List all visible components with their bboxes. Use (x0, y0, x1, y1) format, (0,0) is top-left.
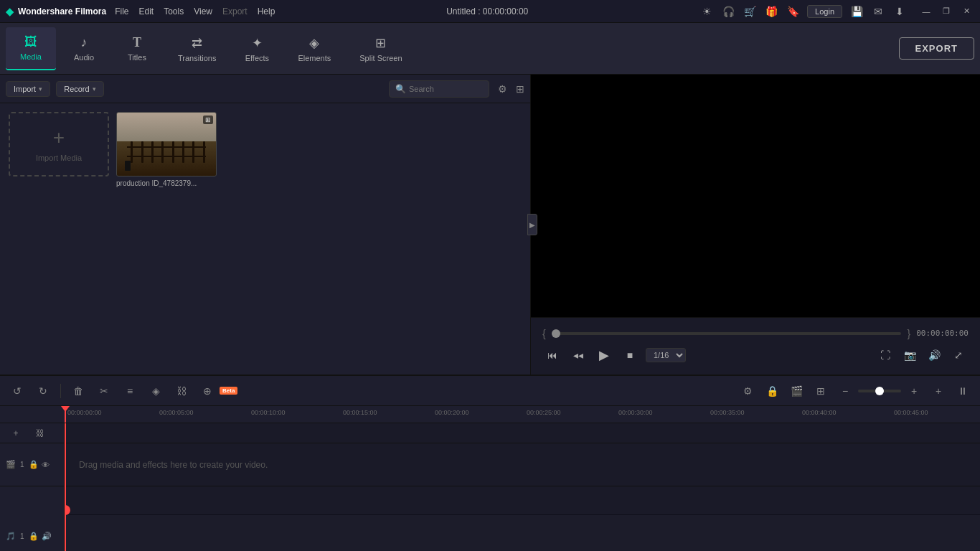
thumbnail-image (117, 113, 216, 176)
add-mark-button[interactable]: ◈ (146, 381, 166, 401)
delete-button[interactable]: 🗑 (68, 381, 88, 401)
fullscreen-button[interactable]: ⛶ (875, 345, 895, 365)
beta-button[interactable]: ⊕ (197, 381, 217, 401)
video-track-row[interactable]: Drag media and effects here to create yo… (65, 443, 980, 486)
timeline-track-button[interactable]: 🎬 (786, 381, 806, 401)
tab-audio[interactable]: ♪ Audio (59, 27, 109, 70)
snapshot-button[interactable]: 📷 (900, 345, 920, 365)
cut-button[interactable]: ✂ (94, 381, 114, 401)
tab-effects-label: Effects (245, 54, 269, 62)
close-button[interactable]: ✕ (958, 4, 974, 19)
redo-button[interactable]: ↻ (33, 381, 53, 401)
scrubber-thumb[interactable] (552, 329, 560, 338)
tab-titles[interactable]: T Titles (112, 27, 162, 70)
panel-collapse-arrow[interactable]: ▶ (527, 214, 537, 235)
ruler-mark: 00:00:10:00 (251, 409, 343, 423)
audio-track-row[interactable] (65, 515, 980, 551)
grid-view-icon[interactable]: ⊞ (516, 83, 524, 95)
expand-button[interactable]: ⤢ (948, 345, 969, 365)
add-track-button[interactable]: + (928, 381, 948, 401)
toolbar: 🖼 Media ♪ Audio T Titles ⇄ Transitions ✦… (0, 23, 980, 75)
timeline-snapshot-button[interactable]: ⊞ (811, 381, 831, 401)
tab-media[interactable]: 🖼 Media (6, 27, 56, 70)
audio-track-number: 1 (20, 532, 24, 540)
audio-lock-icon[interactable]: 🔒 (29, 532, 39, 541)
drag-hint-text: Drag media and effects here to create yo… (79, 460, 268, 470)
menu-file[interactable]: File (115, 6, 128, 17)
window-controls: — ❐ ✕ (918, 4, 974, 19)
tracks-area[interactable]: Drag media and effects here to create yo… (65, 423, 980, 551)
playhead-line (65, 423, 66, 551)
record-dropdown[interactable]: Record ▾ (56, 81, 103, 97)
stop-button[interactable]: ■ (620, 345, 640, 365)
headphone-icon[interactable]: 🎧 (721, 6, 735, 17)
timeline-settings-button[interactable]: ⚙ (738, 381, 758, 401)
menu-view[interactable]: View (194, 6, 212, 17)
ruler-mark: 00:00:30:00 (618, 409, 710, 423)
step-back-button[interactable]: ⏮ (542, 345, 562, 365)
preview-buttons: ⏮ ◂◂ ▶ ■ 1/16 1/8 1/4 1/2 1 ⛶ 📷 🔊 (542, 345, 969, 365)
titlebar-left: ◆ Wondershare Filmora File Edit Tools Vi… (6, 6, 275, 17)
zoom-in-button[interactable]: + (904, 381, 924, 401)
add-link-button[interactable]: ⛓ (171, 381, 192, 401)
track-label-icons: 🔒 👁 (29, 460, 50, 469)
tab-split-screen[interactable]: ⊞ Split Screen (347, 27, 415, 70)
download-icon[interactable]: ⬇ (892, 6, 907, 17)
track-lock-icon[interactable]: 🔒 (29, 460, 39, 469)
ruler-mark: 00:00:20:00 (435, 409, 527, 423)
frame-back-button[interactable]: ◂◂ (568, 345, 588, 365)
timeline-lock-button[interactable]: 🔒 (762, 381, 782, 401)
menu-tools[interactable]: Tools (164, 6, 184, 17)
menu-edit[interactable]: Edit (138, 6, 154, 17)
bookmark-icon[interactable]: 🔖 (786, 6, 800, 17)
playback-controls: ⏮ ◂◂ ▶ ■ 1/16 1/8 1/4 1/2 1 (542, 345, 686, 365)
transitions-icon: ⇄ (192, 35, 202, 51)
track-eye-icon[interactable]: 👁 (42, 461, 50, 469)
zoom-out-button[interactable]: − (835, 381, 855, 401)
login-button[interactable]: Login (807, 5, 842, 18)
tab-effects[interactable]: ✦ Effects (232, 27, 282, 70)
import-dropdown[interactable]: Import ▾ (6, 81, 50, 97)
ruler-mark: 00:00:05:00 (159, 409, 251, 423)
ruler-mark: 00:00:00:00 (67, 409, 159, 423)
media-thumbnail[interactable]: ⊞ (116, 112, 217, 176)
video-track-icon: 🎬 (6, 460, 16, 469)
tab-elements[interactable]: ◈ Elements (285, 27, 344, 70)
menu-export[interactable]: Export (222, 6, 248, 17)
maximize-button[interactable]: ❐ (938, 4, 954, 19)
preview-extra-controls: ⛶ 📷 🔊 ⤢ (875, 345, 969, 365)
track-spacer (65, 423, 980, 443)
video-track-number: 1 (20, 461, 24, 468)
menu-help[interactable]: Help (258, 6, 275, 17)
search-input[interactable] (409, 85, 481, 93)
cart-icon[interactable]: 🛒 (743, 6, 757, 17)
link-button[interactable]: ⛓ (30, 423, 50, 443)
preview-controls: { } 00:00:00:00 ⏮ ◂◂ ▶ ■ 1/16 1/8 1/4 (531, 317, 980, 375)
sun-icon[interactable]: ☀ (699, 6, 714, 17)
ruler-marks: 00:00:00:00 00:00:05:00 00:00:10:00 00:0… (65, 406, 980, 423)
mail-icon[interactable]: ✉ (871, 6, 885, 17)
ruler-mark: 00:00:40:00 (802, 409, 894, 423)
gift-icon[interactable]: 🎁 (764, 6, 778, 17)
tab-transitions[interactable]: ⇄ Transitions (165, 27, 229, 70)
save-icon[interactable]: 💾 (849, 6, 864, 17)
preview-scrubber[interactable] (552, 332, 902, 335)
audio-track-icon: 🎵 (6, 532, 16, 541)
audio-detach-button[interactable]: ≡ (120, 381, 140, 401)
speed-select[interactable]: 1/16 1/8 1/4 1/2 1 (646, 348, 686, 362)
timeline-pause-button[interactable]: ⏸ (953, 381, 973, 401)
audio-volume-icon[interactable]: 🔊 (42, 532, 52, 541)
list-item[interactable]: ⊞ production ID_4782379... (116, 112, 217, 187)
zoom-slider[interactable] (858, 390, 901, 392)
filter-icon[interactable]: ⚙ (498, 83, 507, 95)
search-box[interactable]: 🔍 (389, 80, 489, 98)
plus-icon: + (53, 126, 65, 149)
volume-button[interactable]: 🔊 (924, 345, 944, 365)
add-media-button[interactable]: + (6, 423, 26, 443)
timeline-content: + ⛓ 🎬 1 🔒 👁 🎵 1 🔒 🔊 (0, 423, 980, 551)
undo-button[interactable]: ↺ (7, 381, 27, 401)
import-media-placeholder[interactable]: + Import Media (9, 112, 109, 176)
play-button[interactable]: ▶ (594, 345, 614, 365)
minimize-button[interactable]: — (918, 4, 934, 19)
export-button[interactable]: EXPORT (899, 37, 974, 60)
